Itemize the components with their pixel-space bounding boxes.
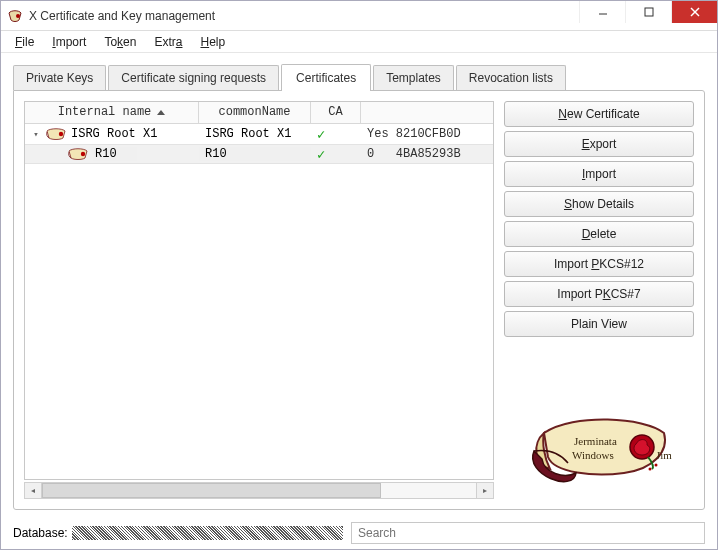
certificate-icon bbox=[45, 127, 67, 141]
app-icon bbox=[7, 8, 23, 24]
database-label: Database: bbox=[13, 526, 68, 540]
menu-import[interactable]: Import bbox=[44, 33, 94, 51]
tab-revocation[interactable]: Revocation lists bbox=[456, 65, 566, 90]
plain-view-button[interactable]: Plain View bbox=[504, 311, 694, 337]
cert-name: R10 bbox=[93, 147, 137, 161]
cert-ca: ✓ bbox=[311, 126, 361, 143]
window-title: X Certificate and Key management bbox=[29, 9, 215, 23]
scroll-thumb[interactable] bbox=[42, 483, 381, 498]
action-buttons: New Certificate Export Import Show Detai… bbox=[504, 101, 694, 499]
tabs: Private Keys Certificate signing request… bbox=[13, 63, 705, 90]
xca-logo: Jerminata Windows Jim bbox=[504, 341, 694, 499]
show-details-button[interactable]: Show Details bbox=[504, 191, 694, 217]
check-icon: ✓ bbox=[317, 126, 325, 143]
minimize-button[interactable] bbox=[579, 1, 625, 23]
menu-file[interactable]: File bbox=[7, 33, 42, 51]
titlebar: X Certificate and Key management bbox=[1, 1, 717, 31]
import-pkcs12-button[interactable]: Import PKCS#12 bbox=[504, 251, 694, 277]
close-icon bbox=[690, 7, 700, 17]
scroll-track[interactable] bbox=[42, 483, 476, 498]
tab-certificates[interactable]: Certificates bbox=[281, 64, 371, 91]
certificate-icon bbox=[67, 147, 89, 161]
certificate-tree-pane: Internal name commonName CA ▾ ISRG Root … bbox=[24, 101, 494, 499]
column-ca[interactable]: CA bbox=[311, 102, 361, 123]
maximize-button[interactable] bbox=[625, 1, 671, 23]
new-certificate-button[interactable]: New Certificate bbox=[504, 101, 694, 127]
horizontal-scrollbar[interactable]: ◂ ▸ bbox=[24, 482, 494, 499]
delete-button[interactable]: Delete bbox=[504, 221, 694, 247]
database-path bbox=[72, 526, 343, 540]
certificate-tree[interactable]: Internal name commonName CA ▾ ISRG Root … bbox=[24, 101, 494, 480]
svg-point-6 bbox=[81, 152, 85, 156]
svg-point-9 bbox=[649, 468, 652, 471]
cert-cn: R10 bbox=[199, 147, 311, 161]
scroll-left-icon[interactable]: ◂ bbox=[25, 483, 42, 498]
svg-point-0 bbox=[16, 14, 20, 18]
tab-csr[interactable]: Certificate signing requests bbox=[108, 65, 279, 90]
import-pkcs7-button[interactable]: Import PKCS#7 bbox=[504, 281, 694, 307]
tab-private-keys[interactable]: Private Keys bbox=[13, 65, 106, 90]
menubar: File Import Token Extra Help bbox=[1, 31, 717, 53]
tab-templates[interactable]: Templates bbox=[373, 65, 454, 90]
menu-extra[interactable]: Extra bbox=[146, 33, 190, 51]
tabpanel-certificates: Internal name commonName CA ▾ ISRG Root … bbox=[13, 90, 705, 510]
menu-help[interactable]: Help bbox=[192, 33, 233, 51]
maximize-icon bbox=[644, 7, 654, 17]
expand-toggle-icon[interactable]: ▾ bbox=[31, 129, 41, 140]
cert-ca: ✓ bbox=[311, 146, 361, 163]
svg-text:Jerminata: Jerminata bbox=[574, 435, 617, 447]
import-button[interactable]: Import bbox=[504, 161, 694, 187]
svg-text:Windows: Windows bbox=[572, 449, 614, 461]
column-internal-name[interactable]: Internal name bbox=[25, 102, 199, 123]
svg-text:Jim: Jim bbox=[656, 449, 672, 461]
window-controls bbox=[579, 1, 717, 23]
database-field: Database: bbox=[13, 526, 343, 540]
svg-point-5 bbox=[59, 132, 63, 136]
tree-header: Internal name commonName CA bbox=[25, 102, 493, 124]
export-button[interactable]: Export bbox=[504, 131, 694, 157]
minimize-icon bbox=[598, 7, 608, 17]
svg-rect-2 bbox=[645, 8, 653, 16]
table-row[interactable]: R10 R10 ✓ 0 4BA85293B bbox=[25, 144, 493, 164]
cert-cn: ISRG Root X1 bbox=[199, 127, 311, 141]
svg-point-8 bbox=[655, 464, 658, 467]
cert-name: ISRG Root X1 bbox=[71, 127, 157, 141]
column-common-name[interactable]: commonName bbox=[199, 102, 311, 123]
scroll-right-icon[interactable]: ▸ bbox=[476, 483, 493, 498]
sort-asc-icon bbox=[157, 110, 165, 115]
table-row[interactable]: ▾ ISRG Root X1 ISRG Root X1 ✓ Yes 8210CF… bbox=[25, 124, 493, 144]
menu-token[interactable]: Token bbox=[96, 33, 144, 51]
search-input[interactable] bbox=[351, 522, 705, 544]
close-button[interactable] bbox=[671, 1, 717, 23]
check-icon: ✓ bbox=[317, 146, 325, 163]
statusbar: Database: bbox=[1, 518, 717, 550]
